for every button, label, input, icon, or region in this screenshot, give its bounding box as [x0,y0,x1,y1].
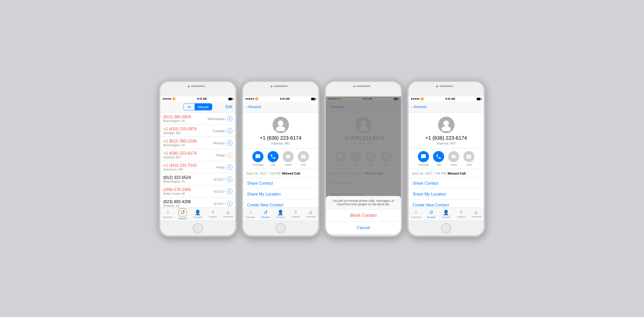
nav-bar-1: All Missed Edit [160,102,235,113]
back-label-4: Recents [414,105,427,109]
voicemail-label-1: Voicemail [223,215,233,218]
recents-date-2: Monday [213,141,225,145]
recents-item-7[interactable]: (623) 492-4206 Phoenix, AZ 6/14/17 i [160,198,235,208]
tab-favorites-4[interactable]: ☆ Favorites [409,209,424,218]
recents-item-3[interactable]: +1 (636) 223-6174 Imperial, MO Friday i [160,149,235,161]
share-location-4[interactable]: Share My Location [409,189,484,200]
back-button-4[interactable]: ‹ Recents [412,105,427,109]
camera-3 [353,85,355,87]
tab-voicemail-1[interactable]: ◎ Voicemail [220,210,235,218]
info-btn-1[interactable]: i [227,128,232,134]
recents-name-6: (269) 579-2405 [163,187,191,192]
action-buttons-2: message call video [243,149,318,169]
tab-contacts-1[interactable]: 👤 Contacts [190,209,205,218]
dot4 [168,98,169,100]
info-btn-4[interactable]: i [227,164,232,170]
info-btn-0[interactable]: i [227,116,232,121]
action-video-4[interactable]: video [448,151,459,166]
recents-list: (812) 360-2824 Bloomington, IN Wednesday… [160,113,235,208]
contacts-label-1: Contacts [193,216,202,218]
dot2 [165,98,166,100]
info-btn-3-highlighted[interactable]: i [227,152,232,158]
recents-date-3: Friday [216,153,225,157]
action-mail-4[interactable]: mail [463,151,474,166]
action-message-4[interactable]: message [418,151,429,166]
home-button-1[interactable] [193,223,203,233]
detail-view-4: +1 (636) 223-6174 Imperial, MO message [409,113,484,208]
info-btn-2[interactable]: i [227,140,232,146]
home-button-4[interactable] [441,223,451,233]
tab-contacts-4[interactable]: 👤 Contacts [439,209,454,218]
status-time-4: 9:41 AM [445,97,455,100]
svg-point-0 [278,120,283,126]
recents-name-0: (812) 360-2824 [163,115,191,119]
status-bar-1: 📶 9:41 AM [160,96,235,102]
create-contact-4[interactable]: Create New Contact [409,200,484,208]
tab-recents-1[interactable]: ↺ Recents [175,208,191,220]
recents-item-4[interactable]: +1 (410) 231-7015 Solomons, MD Friday i [160,161,235,173]
action-call-4[interactable]: call [433,151,444,166]
phone-4: 📶 9:41 AM ‹ Recents [407,80,485,237]
avatar-2 [273,117,289,133]
phone-top-bar-3 [326,82,401,97]
recents-sub-1: Elkridge, MD [163,131,197,135]
share-contact-2[interactable]: Share Contact [243,178,318,189]
info-btn-6[interactable]: i [227,189,232,194]
message-icon-2 [252,151,263,162]
edit-button-1[interactable]: Edit [225,105,232,109]
info-btn-5[interactable]: i [227,177,232,182]
mail-icon-4 [463,151,474,162]
seg-all[interactable]: All [184,104,194,110]
phone-top-bar-1 [160,82,235,97]
segmented-control-1[interactable]: All Missed [183,103,212,110]
recents-sub-3: Imperial, MO [163,156,197,159]
recents-item-1[interactable]: +1 (410) 220-0978 Elkridge, MD Tuesday i [160,125,235,137]
recents-item-0[interactable]: (812) 360-2824 Bloomington, IN Wednesday… [160,113,235,125]
tab-voicemail-4[interactable]: ◎ Voicemail [469,210,484,218]
tab-keypad-2[interactable]: ⠿ Keypad [288,210,303,218]
tab-keypad-1[interactable]: ⠿ Keypad [205,210,221,218]
camera-2 [271,85,273,87]
svg-point-4 [443,120,449,126]
back-button-2[interactable]: ‹ Recents [246,105,261,109]
seg-missed[interactable]: Missed [195,104,212,110]
action-mail-2[interactable]: mail [298,151,309,166]
tab-keypad-4[interactable]: ⠿ Keypad [454,210,469,218]
tab-bar-4: ☆ Favorites ↺ Recents 👤 Contacts ⠿ Keypa… [409,208,484,220]
contact-number-4: +1 (636) 223-6174 [425,135,467,141]
recents-sub-6: Battle Creek, MI [163,192,191,196]
info-btn-7[interactable]: i [227,201,232,206]
speaker-1 [191,85,205,87]
status-bar-2: 📶 9:41 AM [243,96,318,102]
tab-favorites-2[interactable]: ☆ Favorites [243,209,258,218]
home-button-2[interactable] [276,223,286,233]
status-bar-4: 📶 9:41 AM [409,96,484,102]
create-contact-2[interactable]: Create New Contact [243,200,318,208]
tab-voicemail-2[interactable]: ◎ Voicemail [303,210,318,218]
contacts-icon-1: 👤 [195,209,201,215]
action-video-2[interactable]: video [283,151,294,166]
battery-1 [228,98,233,100]
block-contact-button-3[interactable]: Block Contact [326,209,401,222]
block-overlay: You will not receive phone calls, messag… [326,96,401,234]
video-icon-2 [283,151,294,162]
recents-date-0: Wednesday [208,117,225,121]
cancel-button-3[interactable]: Cancel [326,222,401,234]
recents-item-6[interactable]: (269) 579-2405 Battle Creek, MI 6/15/17 … [160,185,235,198]
phone-screen-4: 📶 9:41 AM ‹ Recents [409,96,484,220]
action-call-2[interactable]: call [267,151,279,166]
share-contact-4[interactable]: Share Contact [409,178,484,189]
share-location-2[interactable]: Share My Location [243,189,318,200]
tab-recents-2[interactable]: ↺ Recents [258,209,273,218]
svg-point-5 [442,126,451,131]
voicemail-icon-1: ◎ [226,210,230,215]
tab-bar-1: ☆ Favorites ↺ Recents 👤 Contacts ⠿ Keypa… [160,208,235,220]
tab-favorites-1[interactable]: ☆ Favorites [160,209,175,218]
action-message-2[interactable]: message [252,151,264,166]
recents-name-1: +1 (410) 220-0978 [163,127,197,131]
tab-contacts-2[interactable]: 👤 Contacts [273,209,288,218]
recents-name-5: (812) 322-0524 [163,175,191,180]
recents-item-2[interactable]: +1 (812) 360-2206 Bloomington, IN Monday… [160,137,235,149]
recents-item-5[interactable]: (812) 322-0524 Bloomington, IN 6/15/17 i [160,173,235,185]
tab-recents-4[interactable]: ↺ Recents [424,209,439,218]
